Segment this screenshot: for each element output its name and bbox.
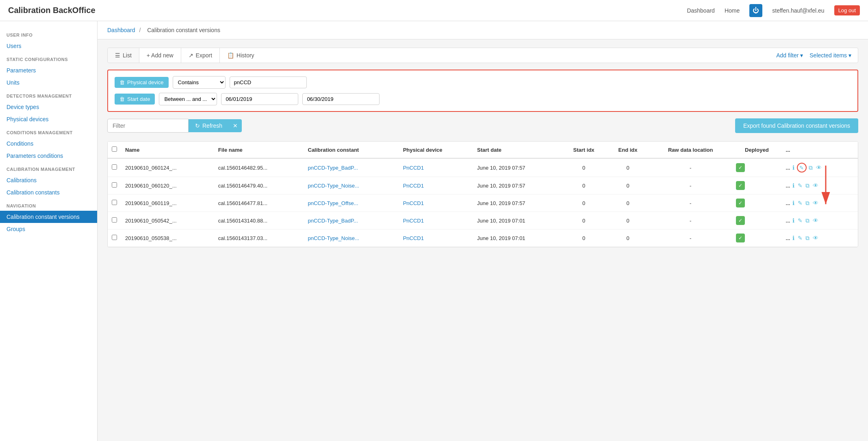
copy-icon[interactable]: ⧉ [805,182,809,189]
export-button[interactable]: ↗ Export [181,48,220,63]
copy-icon[interactable]: ⧉ [805,235,809,241]
edit-icon[interactable]: ✎ [798,182,803,189]
breadcrumb-home[interactable]: Dashboard [107,27,135,33]
add-new-button[interactable]: + Add new [139,48,181,63]
view-icon[interactable]: 👁 [813,235,818,241]
filter-value-physical-device[interactable] [230,76,307,88]
dashboard-link[interactable]: Dashboard [687,7,715,14]
row-checkbox[interactable] [112,164,117,170]
action-more-button[interactable]: ... [786,165,790,171]
td-deployed: ✓ [732,177,782,194]
edit-icon[interactable]: ✎ [798,235,803,241]
physical-device-link[interactable]: PnCCD1 [403,183,424,189]
td-start-date: June 10, 2019 07:01 [473,212,561,229]
td-start-idx: 0 [561,177,606,194]
edit-icon-highlighted[interactable]: ✎ [797,163,807,172]
calibration-constant-link[interactable]: pnCCD-Type_BadP... [308,165,358,171]
export-found-button[interactable]: Export found Calibration constant versio… [735,118,858,133]
clear-button[interactable]: ✕ [229,119,242,132]
toolbar-right: Add filter ▾ Selected items ▾ [770,52,858,59]
td-actions: ... ℹ ✎ ⧉ 👁 [782,158,858,177]
calibration-constant-link[interactable]: pnCCD-Type_Noise... [308,183,359,189]
deployed-check-icon: ✓ [736,216,745,225]
table-row: 20190610_060124_... cal.1560146482.95...… [108,158,858,177]
sidebar: USER INFO Users STATIC CONFIGURATIONS Pa… [0,21,98,441]
copy-icon[interactable]: ⧉ [805,200,809,206]
table-body: 20190610_060124_... cal.1560146482.95...… [108,158,858,247]
deployed-check-icon: ✓ [736,234,745,242]
td-start-idx: 0 [561,194,606,212]
action-more-button[interactable]: ... [786,183,790,189]
view-icon[interactable]: 👁 [816,164,822,171]
td-deployed: ✓ [732,158,782,177]
logout-button[interactable]: Log out [834,5,860,15]
info-icon[interactable]: ℹ [792,235,794,241]
copy-icon[interactable]: ⧉ [809,164,813,171]
deployed-check-icon: ✓ [736,181,745,190]
home-link[interactable]: Home [725,7,740,14]
physical-device-link[interactable]: PnCCD1 [403,218,424,224]
action-more-button[interactable]: ... [786,235,790,241]
calibration-constant-link[interactable]: pnCCD-Type_Offse... [308,200,358,206]
select-all-checkbox[interactable] [112,146,117,152]
td-start-date: June 10, 2019 07:57 [473,194,561,212]
filter-condition-physical-device[interactable]: Contains Equals Starts with [173,76,226,89]
sidebar-item-device-types[interactable]: Device types [0,101,97,113]
row-checkbox[interactable] [112,235,117,240]
edit-icon[interactable]: ✎ [798,200,803,206]
td-actions: ... ℹ ✎ ⧉ 👁 [782,177,858,194]
info-icon[interactable]: ℹ [792,164,794,171]
view-icon[interactable]: 👁 [813,200,818,206]
row-checkbox[interactable] [112,200,117,205]
view-icon[interactable]: 👁 [813,217,818,224]
filter-condition-start-date[interactable]: Between ... and ... Equals After Before [159,93,217,105]
edit-icon[interactable]: ✎ [798,217,803,224]
physical-device-link[interactable]: PnCCD1 [403,165,424,171]
th-actions: ... [782,142,858,158]
filter-trash-icon-2[interactable]: 🗑 [119,96,125,102]
physical-device-link[interactable]: PnCCD1 [403,235,424,241]
td-filename: cal.1560146482.95... [214,158,304,177]
add-filter-button[interactable]: Add filter ▾ [776,52,803,59]
td-end-idx: 0 [607,194,649,212]
list-button[interactable]: ☰ List [108,48,139,63]
sidebar-item-parameters-conditions[interactable]: Parameters conditions [0,150,97,162]
history-button[interactable]: 📋 History [220,48,262,63]
sidebar-item-physical-devices[interactable]: Physical devices [0,113,97,125]
copy-icon[interactable]: ⧉ [805,217,809,224]
calibration-constant-link[interactable]: pnCCD-Type_Noise... [308,235,359,241]
export-icon: ↗ [189,52,193,59]
sidebar-item-users[interactable]: Users [0,40,97,52]
action-toolbar: ☰ List + Add new ↗ Export 📋 History Add … [107,48,858,63]
search-input[interactable] [107,119,189,133]
action-more-button[interactable]: ... [786,218,790,224]
physical-device-link[interactable]: PnCCD1 [403,200,424,206]
td-start-idx: 0 [561,212,606,229]
selected-items-button[interactable]: Selected items ▾ [809,52,851,59]
filter-trash-icon[interactable]: 🗑 [119,79,125,85]
row-checkbox[interactable] [112,182,117,188]
info-icon[interactable]: ℹ [792,182,794,189]
sidebar-item-conditions[interactable]: Conditions [0,138,97,150]
view-icon[interactable]: 👁 [813,182,818,189]
td-filename: cal.1560143140.88... [214,212,304,229]
action-more-button[interactable]: ... [786,200,790,206]
info-icon[interactable]: ℹ [792,200,794,206]
sidebar-section-detectors: DETECTORS MANAGEMENT [0,89,97,101]
sidebar-item-groups[interactable]: Groups [0,223,97,235]
sidebar-item-calibration-constants[interactable]: Calibration constants [0,186,97,199]
calibration-constant-link[interactable]: pnCCD-Type_BadP... [308,218,358,224]
sidebar-item-parameters[interactable]: Parameters [0,64,97,76]
sidebar-item-calibration-constant-versions[interactable]: Calibration constant versions [0,211,97,223]
td-checkbox [108,194,121,212]
td-physical-device: PnCCD1 [399,212,473,229]
sidebar-item-units[interactable]: Units [0,76,97,89]
filter-value-start-date-from[interactable] [221,93,298,105]
filter-tag-label-2: Start date [127,96,150,102]
sidebar-item-calibrations[interactable]: Calibrations [0,174,97,186]
filter-value-start-date-to[interactable] [302,93,380,105]
info-icon[interactable]: ℹ [792,217,794,224]
row-checkbox[interactable] [112,217,117,223]
filter-tag-physical-device: 🗑 Physical device [115,77,169,88]
refresh-button[interactable]: ↻ Refresh [189,119,229,132]
